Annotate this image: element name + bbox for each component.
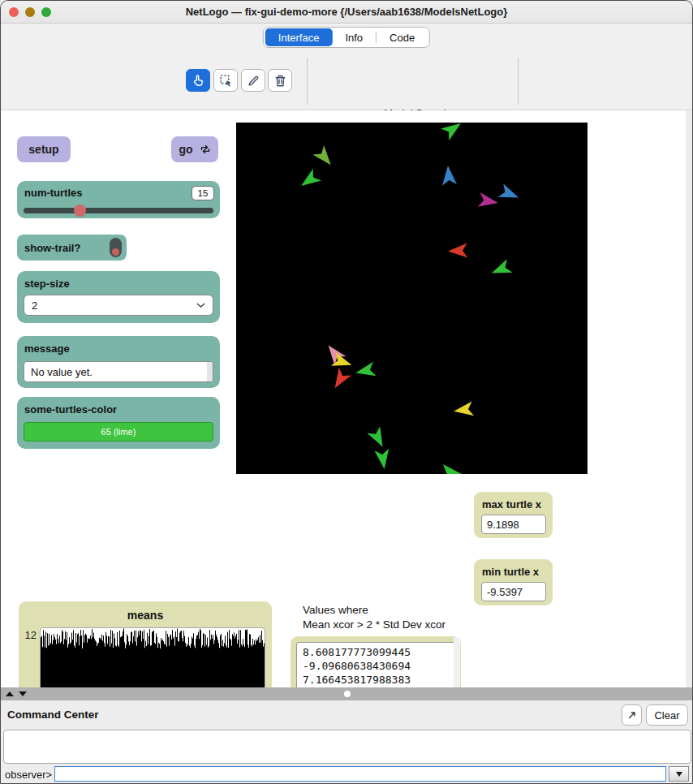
toggle-knob bbox=[112, 248, 119, 256]
command-center-header: Command Center Clear bbox=[1, 700, 692, 730]
observer-prompt: observer> bbox=[5, 769, 52, 781]
turtle bbox=[374, 449, 391, 470]
tab-interface[interactable]: Interface bbox=[265, 28, 333, 46]
toolbar-divider bbox=[307, 58, 308, 105]
command-center-input-row: observer> bbox=[1, 764, 692, 784]
command-center-title: Command Center bbox=[7, 709, 99, 721]
color-picker-widget: some-turtles-color 65 (lime) bbox=[17, 397, 220, 449]
num-turtles-slider-thumb[interactable] bbox=[74, 205, 86, 217]
go-button[interactable]: go bbox=[171, 136, 218, 162]
interact-tool-button[interactable] bbox=[186, 69, 210, 92]
clear-button[interactable]: Clear bbox=[646, 704, 688, 726]
turtle bbox=[498, 183, 522, 205]
turtle bbox=[441, 165, 457, 185]
switch-label: show-trail? bbox=[24, 242, 80, 254]
splitter-handle[interactable] bbox=[344, 691, 351, 697]
collapse-down-icon[interactable] bbox=[19, 691, 27, 696]
slider-label: num-turtles bbox=[24, 187, 83, 199]
tab-group: Interface Info Code bbox=[263, 27, 430, 48]
tab-code[interactable]: Code bbox=[377, 28, 428, 46]
command-center-output[interactable] bbox=[3, 730, 691, 764]
agent-type-dropdown[interactable] bbox=[669, 766, 689, 782]
some-turtles-color-button[interactable]: 65 (lime) bbox=[24, 422, 213, 442]
chevron-down-icon bbox=[196, 303, 205, 308]
turtles-layer bbox=[236, 123, 588, 474]
turtle bbox=[312, 145, 336, 170]
scroll-gutter bbox=[686, 110, 693, 687]
turtle bbox=[448, 243, 468, 259]
show-trail-toggle[interactable] bbox=[110, 238, 122, 257]
input-grip bbox=[207, 362, 213, 381]
turtle bbox=[367, 426, 389, 450]
value-row: 7.166453817988383 bbox=[303, 673, 453, 687]
netlogo-window: NetLogo — fix-gui-demo-more {/Users/aab1… bbox=[0, 0, 693, 784]
plot-title: means bbox=[19, 609, 272, 622]
turtle bbox=[441, 123, 465, 140]
value-row: -9.09680638430694 bbox=[303, 659, 453, 673]
turtle bbox=[437, 459, 461, 474]
world-view[interactable] bbox=[236, 123, 588, 474]
monitor-label: max turtle x bbox=[482, 498, 541, 510]
turtle bbox=[329, 368, 351, 392]
num-turtles-slider-widget: num-turtles 15 bbox=[17, 181, 220, 218]
monitor-value: 9.1898 bbox=[481, 515, 546, 534]
message-input-widget: message No value yet. bbox=[17, 336, 220, 388]
monitor-value: -9.5397 bbox=[481, 582, 546, 601]
step-size-chooser-widget: step-size 2 bbox=[17, 271, 220, 323]
caret-down-icon bbox=[676, 772, 682, 777]
chooser-label: step-size bbox=[24, 278, 70, 290]
turtle bbox=[354, 362, 376, 381]
min-turtle-x-monitor: min turtle x -9.5397 bbox=[474, 559, 553, 605]
widget-canvas: setup go num-turtles 15 show-trail? step… bbox=[1, 110, 693, 687]
window-title: NetLogo — fix-gui-demo-more {/Users/aab1… bbox=[1, 6, 692, 18]
toolbar-divider bbox=[518, 58, 519, 105]
show-trail-switch-widget[interactable]: show-trail? bbox=[17, 235, 127, 261]
pencil-icon bbox=[247, 74, 260, 88]
input-label: message bbox=[24, 342, 70, 355]
tab-row: Interface Info Code bbox=[1, 24, 692, 51]
max-turtle-x-monitor: max turtle x 9.1898 bbox=[474, 492, 553, 538]
popout-button[interactable] bbox=[622, 704, 642, 726]
edit-tool-button[interactable] bbox=[241, 69, 265, 92]
command-input[interactable] bbox=[54, 766, 666, 782]
select-tool-button[interactable] bbox=[213, 69, 238, 92]
delete-tool-button[interactable] bbox=[268, 69, 292, 92]
turtle bbox=[297, 169, 321, 192]
hand-icon bbox=[192, 74, 205, 88]
monitor-label: min turtle x bbox=[482, 566, 539, 578]
turtle bbox=[489, 259, 513, 280]
marquee-select-icon bbox=[219, 74, 233, 88]
slider-value[interactable]: 15 bbox=[192, 186, 214, 200]
tab-info[interactable]: Info bbox=[332, 28, 376, 46]
values-panel-title: Values where Mean xcor > 2 * Std Dev xco… bbox=[303, 603, 446, 632]
turtle bbox=[478, 192, 500, 210]
step-size-select[interactable]: 2 bbox=[24, 295, 213, 316]
popout-icon bbox=[626, 709, 638, 721]
setup-button[interactable]: setup bbox=[17, 136, 71, 162]
num-turtles-slider-track[interactable] bbox=[24, 208, 213, 213]
turtle bbox=[453, 401, 474, 418]
trash-icon bbox=[273, 74, 287, 88]
interface-toolbar: Add Widget Align Widgets bbox=[1, 51, 692, 110]
message-input[interactable]: No value yet. bbox=[24, 361, 213, 382]
collapse-up-icon[interactable] bbox=[6, 691, 14, 696]
color-widget-label: some-turtles-color bbox=[24, 403, 117, 416]
value-row: 8.608177773099445 bbox=[303, 645, 453, 659]
title-bar: NetLogo — fix-gui-demo-more {/Users/aab1… bbox=[1, 1, 692, 24]
forever-icon bbox=[200, 144, 211, 155]
command-center-splitter[interactable] bbox=[1, 687, 692, 700]
